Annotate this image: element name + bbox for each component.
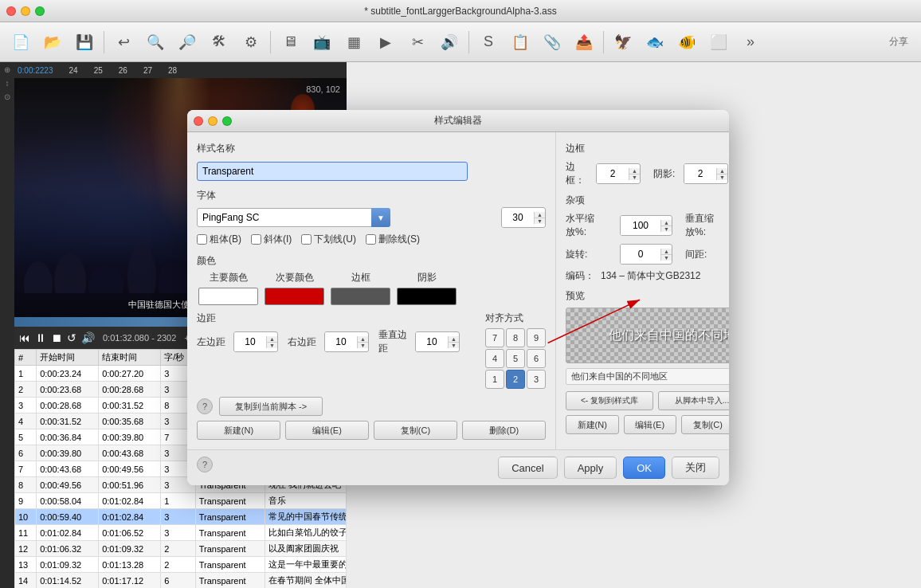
- new-style-btn[interactable]: 新建(N): [197, 421, 280, 440]
- margin-vert-down[interactable]: ▼: [449, 343, 459, 348]
- toolbar-tools[interactable]: 🛠: [205, 28, 233, 57]
- align-7[interactable]: 7: [485, 328, 504, 347]
- maximize-button[interactable]: [35, 6, 45, 16]
- margin-right-input[interactable]: [325, 332, 357, 351]
- rotation-input[interactable]: [621, 245, 660, 264]
- italic-checkbox[interactable]: [251, 234, 261, 245]
- font-dropdown-btn[interactable]: ▼: [371, 208, 390, 227]
- scale-x-down[interactable]: ▼: [661, 226, 672, 232]
- rotation-up[interactable]: ▲: [661, 249, 672, 255]
- toolbar-clip[interactable]: ✂: [403, 28, 432, 57]
- side-icon-3[interactable]: ⊙: [4, 92, 10, 101]
- toolbar-undo[interactable]: ↩: [109, 28, 138, 57]
- italic-checkbox-label[interactable]: 斜体(I): [251, 233, 292, 246]
- copy-to-styles-btn[interactable]: <- 复制到样式库: [566, 391, 653, 410]
- margin-vert-input[interactable]: [416, 332, 448, 351]
- vol-btn[interactable]: 🔊: [81, 331, 95, 344]
- side-icon-1[interactable]: ⊕: [4, 65, 10, 74]
- toolbar-zoom-out[interactable]: 🔎: [173, 28, 202, 57]
- bold-checkbox-label[interactable]: 粗体(B): [197, 233, 241, 246]
- apply-button[interactable]: Apply: [564, 457, 617, 479]
- align-2[interactable]: 2: [506, 370, 525, 389]
- strikeout-checkbox[interactable]: [366, 234, 376, 245]
- toolbar-monitor[interactable]: 🖥: [276, 28, 304, 57]
- table-row[interactable]: 140:01:14.520:01:17.126Transparent在春节期间 …: [15, 573, 347, 589]
- margin-left-input[interactable]: [234, 332, 266, 351]
- cancel-button[interactable]: Cancel: [498, 457, 557, 479]
- color-swatch-secondary[interactable]: [265, 288, 324, 305]
- shadow-val-input[interactable]: [684, 164, 716, 183]
- close-button[interactable]: [6, 6, 16, 16]
- dialog-close-btn[interactable]: [194, 116, 203, 126]
- window-controls[interactable]: [6, 6, 45, 16]
- font-size-input[interactable]: [502, 208, 534, 227]
- margin-vert-up[interactable]: ▲: [449, 336, 459, 343]
- align-9[interactable]: 9: [527, 328, 546, 347]
- scale-x-input[interactable]: [621, 216, 660, 235]
- toolbar-doc[interactable]: 📋: [506, 28, 535, 57]
- align-5[interactable]: 5: [506, 349, 525, 368]
- border-val-input[interactable]: [597, 164, 629, 183]
- toolbar-s[interactable]: S: [474, 28, 503, 57]
- stop-btn[interactable]: ⏹: [51, 331, 62, 344]
- table-row[interactable]: 110:01:02.840:01:06.523Transparent比如白菜馅儿…: [15, 525, 347, 541]
- toolbar-share[interactable]: 分享: [883, 32, 915, 52]
- toolbar-save[interactable]: 💾: [70, 28, 99, 57]
- import-from-script-btn[interactable]: 从脚本中导入...: [658, 391, 729, 410]
- margin-left-down[interactable]: ▼: [267, 343, 277, 348]
- table-row[interactable]: 90:00:58.040:01:02.841Transparent音乐: [15, 493, 347, 509]
- skip-back-btn[interactable]: ⏮: [19, 331, 30, 344]
- font-size-up[interactable]: ▲: [535, 212, 545, 218]
- align-3[interactable]: 3: [527, 370, 546, 389]
- right-copy-btn[interactable]: 复制(C): [681, 415, 729, 434]
- margin-right-up[interactable]: ▲: [358, 336, 368, 343]
- shadow-down[interactable]: ▼: [717, 174, 727, 180]
- font-input[interactable]: [197, 208, 372, 227]
- dialog-window-controls[interactable]: [194, 116, 232, 126]
- toolbar-attach[interactable]: 📎: [538, 28, 566, 57]
- dialog-max-btn[interactable]: [222, 116, 232, 126]
- dialog-min-btn[interactable]: [208, 116, 218, 126]
- table-row[interactable]: 100:00:59.400:01:02.843Transparent常见的中国春…: [15, 509, 347, 525]
- toolbar-fish2[interactable]: 🐠: [672, 28, 701, 57]
- style-name-input[interactable]: [197, 162, 468, 181]
- align-1[interactable]: 1: [485, 370, 504, 389]
- underline-checkbox[interactable]: [301, 234, 312, 245]
- color-swatch-primary[interactable]: [198, 288, 258, 305]
- toolbar-video[interactable]: ▶: [371, 28, 400, 57]
- toolbar-monitor2[interactable]: 📺: [308, 28, 336, 57]
- table-row[interactable]: 130:01:09.320:01:13.282Transparent这是一年中最…: [15, 557, 347, 573]
- shadow-up[interactable]: ▲: [717, 168, 727, 174]
- scale-x-up[interactable]: ▲: [661, 220, 672, 226]
- toolbar-square[interactable]: ⬜: [704, 28, 733, 57]
- border-down[interactable]: ▼: [629, 174, 640, 180]
- edit-style-btn[interactable]: 编辑(E): [285, 421, 369, 440]
- margin-right-down[interactable]: ▼: [358, 343, 368, 348]
- play-btn[interactable]: ⏸: [35, 331, 46, 344]
- close-btn[interactable]: 关闭: [672, 457, 719, 479]
- toolbar-export[interactable]: 📤: [570, 28, 598, 57]
- border-up[interactable]: ▲: [629, 168, 640, 174]
- align-8[interactable]: 8: [506, 328, 525, 347]
- toolbar-grid[interactable]: ▦: [339, 28, 368, 57]
- align-4[interactable]: 4: [485, 349, 504, 368]
- align-6[interactable]: 6: [527, 349, 546, 368]
- font-size-down[interactable]: ▼: [535, 218, 545, 224]
- right-new-btn[interactable]: 新建(N): [566, 415, 619, 434]
- toolbar-overflow[interactable]: »: [736, 28, 765, 57]
- help-btn[interactable]: ?: [197, 398, 213, 414]
- copy-to-script-btn[interactable]: 复制到当前脚本 ->: [219, 397, 323, 416]
- bold-checkbox[interactable]: [197, 234, 207, 245]
- loop-btn[interactable]: ↺: [67, 331, 76, 344]
- toolbar-more[interactable]: ⚙: [237, 28, 265, 57]
- minimize-button[interactable]: [21, 6, 30, 16]
- right-edit-btn[interactable]: 编辑(E): [624, 415, 677, 434]
- copy-style-btn[interactable]: 复制(C): [374, 421, 457, 440]
- ok-button[interactable]: OK: [623, 457, 665, 479]
- rotation-down[interactable]: ▼: [661, 255, 672, 261]
- delete-style-btn[interactable]: 删除(D): [462, 421, 546, 440]
- toolbar-fish[interactable]: 🐟: [641, 28, 669, 57]
- table-row[interactable]: 120:01:06.320:01:09.322Transparent以及阖家团圆…: [15, 541, 347, 557]
- underline-checkbox-label[interactable]: 下划线(U): [301, 233, 356, 246]
- toolbar-open[interactable]: 📂: [38, 28, 67, 57]
